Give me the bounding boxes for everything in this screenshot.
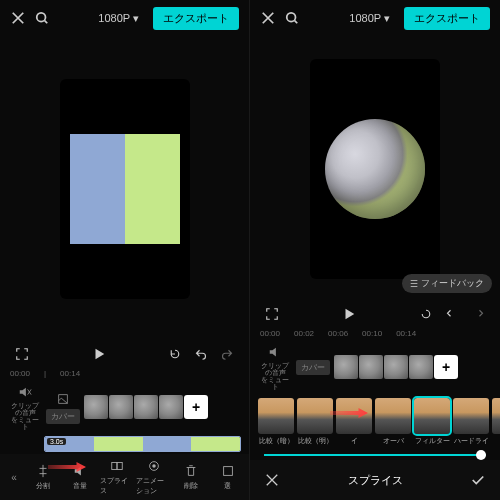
preview-canvas: ☰ フィードバック	[250, 36, 500, 301]
play-icon[interactable]	[91, 346, 107, 362]
preview-canvas	[0, 36, 249, 341]
svg-point-4	[152, 464, 156, 468]
redo-icon[interactable]	[219, 346, 235, 362]
fullscreen-icon[interactable]	[264, 306, 280, 322]
resolution-selector[interactable]: 1080P ▾	[98, 12, 139, 25]
play-icon[interactable]	[341, 306, 357, 322]
close-icon[interactable]	[260, 10, 276, 26]
resolution-selector[interactable]: 1080P ▾	[349, 12, 390, 25]
svg-point-6	[287, 13, 296, 22]
animation-button[interactable]: アニメーション	[136, 458, 171, 496]
export-button[interactable]: エクスポート	[404, 7, 490, 30]
close-icon[interactable]	[264, 472, 280, 488]
export-button[interactable]: エクスポート	[153, 7, 239, 30]
cover-button[interactable]: カバー	[46, 391, 80, 424]
timeline-thumb[interactable]	[384, 355, 408, 379]
undo-icon[interactable]	[193, 346, 209, 362]
more-button[interactable]: 選	[210, 463, 245, 491]
effect-option[interactable]: オーバ	[375, 398, 411, 446]
add-clip-button[interactable]: +	[434, 355, 458, 379]
add-clip-button[interactable]: +	[184, 395, 208, 419]
svg-point-0	[37, 13, 46, 22]
effect-option[interactable]: 比較（暗）	[258, 398, 294, 446]
splice-label: スプライス	[348, 473, 403, 488]
feedback-button[interactable]: ☰ フィードバック	[402, 274, 492, 293]
timeline-thumb[interactable]	[359, 355, 383, 379]
back-chevron-icon[interactable]: «	[4, 472, 24, 483]
effect-option[interactable]: ハードライ	[453, 398, 489, 446]
search-icon[interactable]	[34, 10, 50, 26]
delete-button[interactable]: 削除	[173, 463, 208, 491]
mute-clip-button[interactable]: クリップの音声 をミュート	[8, 384, 42, 430]
reset-icon[interactable]	[418, 306, 434, 322]
mute-clip-button[interactable]: クリップの音声 をミュート	[258, 344, 292, 390]
intensity-slider[interactable]	[264, 454, 486, 456]
reset-icon[interactable]	[167, 346, 183, 362]
timeline-thumb[interactable]	[159, 395, 183, 419]
confirm-icon[interactable]	[470, 472, 486, 488]
effect-option[interactable]: イ	[336, 398, 372, 446]
effect-option[interactable]: フィルター	[414, 398, 450, 446]
timeline-thumb[interactable]	[134, 395, 158, 419]
timeline-thumb[interactable]	[334, 355, 358, 379]
cover-button[interactable]: カバー	[296, 360, 330, 375]
close-icon[interactable]	[10, 10, 26, 26]
overlay-track[interactable]	[44, 436, 241, 452]
svg-rect-1	[112, 463, 117, 470]
fullscreen-icon[interactable]	[14, 346, 30, 362]
svg-rect-5	[223, 467, 232, 476]
effect-option[interactable]: ソフ	[492, 398, 500, 446]
timeline-thumb[interactable]	[84, 395, 108, 419]
splice-button[interactable]: スプライス	[100, 458, 135, 496]
timeline-thumb[interactable]	[409, 355, 433, 379]
undo-icon[interactable]	[444, 306, 460, 322]
effect-option[interactable]: 比較（明）	[297, 398, 333, 446]
timeline-thumb[interactable]	[109, 395, 133, 419]
search-icon[interactable]	[284, 10, 300, 26]
redo-icon[interactable]	[470, 306, 486, 322]
svg-rect-2	[117, 463, 122, 470]
